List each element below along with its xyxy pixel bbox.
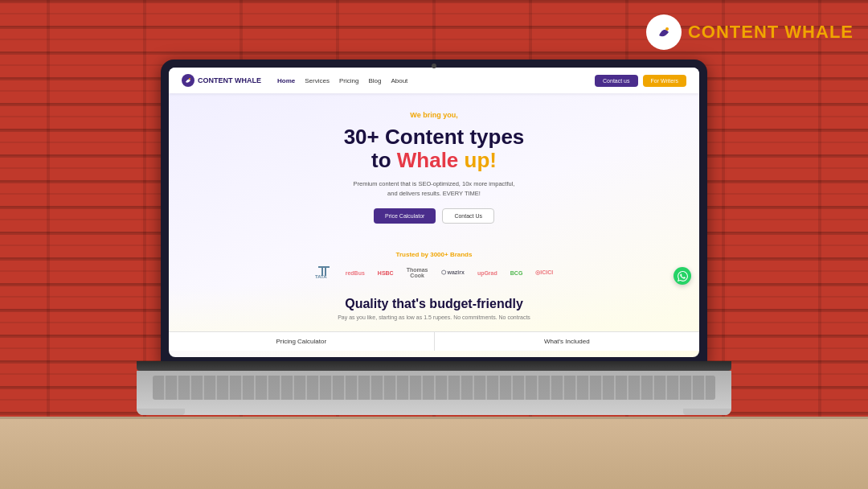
hero-to-text: to [371,148,397,172]
laptop-keyboard [137,371,731,415]
nav-links: Home Services Pricing Blog About [277,77,407,84]
nav-logo-icon [182,74,194,87]
tab-whats-included[interactable]: What's Included [435,332,700,351]
brand-thomas: ThomasCook [407,267,428,278]
quality-description: Pay as you like, starting as low as 1.5 … [185,314,683,320]
whatsapp-button[interactable] [674,267,691,285]
hero-title-line1: 30+ Content types [185,125,683,149]
nav-link-services[interactable]: Services [305,77,330,84]
hero-up-text: up! [458,148,497,172]
contact-us-button[interactable]: Contact us [595,75,637,87]
bottom-tabs: Pricing Calculator What's Included [169,331,699,351]
quality-title: Quality that's budget-friendly [185,297,683,311]
keyboard-keys [153,376,715,400]
corner-logo: CONTENT WHALE [646,14,854,50]
brand-wazirx: ⬡ wazirx [441,269,465,276]
svg-rect-3 [318,266,330,268]
brand-hsbc: HSBC [378,270,394,276]
laptop-camera [432,64,436,68]
hero-description: Premium content that is SEO-optimized, 1… [185,179,683,199]
for-writers-button[interactable]: For Writers [643,75,686,87]
brand-upgrad: upGrad [477,270,497,276]
hero-subtitle: We bring you, [185,111,683,119]
laptop-foot-right [683,409,731,415]
brand-part2: WHALE [784,22,854,42]
nav-logo-text: CONTENT WHALE [198,76,261,84]
nav-link-about[interactable]: About [391,77,407,84]
brand-logos: TATA redBus HSBC ThomasCook ⬡ wazirx upG… [185,265,683,281]
laptop: CONTENT WHALE Home Services Pricing Blog… [161,60,707,429]
trusted-title: Trusted by 3000+ Brands [185,251,683,258]
navbar: CONTENT WHALE Home Services Pricing Blog… [169,68,699,93]
nav-link-home[interactable]: Home [277,77,295,84]
trusted-section: Trusted by 3000+ Brands TATA redBus [169,246,699,286]
corner-logo-text: CONTENT WHALE [688,22,854,43]
brand-part1: CONTENT [688,22,779,42]
laptop-base [137,361,731,429]
nav-right: Contact us For Writers [595,75,686,87]
laptop-bezel: CONTENT WHALE Home Services Pricing Blog… [161,60,707,365]
laptop-screen: CONTENT WHALE Home Services Pricing Blog… [169,68,699,357]
website-content: CONTENT WHALE Home Services Pricing Blog… [169,68,699,357]
svg-point-2 [189,78,190,80]
hero-title-line2: to Whale up! [185,149,683,172]
corner-logo-icon [646,14,682,50]
price-calculator-button[interactable]: Price Calculator [374,208,436,224]
laptop-foot-left [137,409,185,415]
laptop-hinge [137,361,731,371]
svg-text:TATA: TATA [315,274,327,279]
nav-link-blog[interactable]: Blog [368,77,381,84]
brand-redbus: redBus [346,270,365,276]
quality-section: Quality that's budget-friendly Pay as yo… [169,286,699,331]
hero-section: We bring you, 30+ Content types to Whale… [169,93,699,246]
hero-whale-text: Whale [397,148,459,172]
hero-buttons: Price Calculator Contact Us [185,208,683,224]
contact-button[interactable]: Contact Us [442,208,494,224]
tab-pricing-calculator[interactable]: Pricing Calculator [169,332,435,351]
nav-link-pricing[interactable]: Pricing [339,77,358,84]
brand-bcg: BCG [510,270,523,276]
nav-logo: CONTENT WHALE [182,74,261,87]
brand-icici: ◎ICICI [535,269,553,276]
svg-point-1 [665,27,669,31]
brand-tata: TATA [315,265,333,281]
